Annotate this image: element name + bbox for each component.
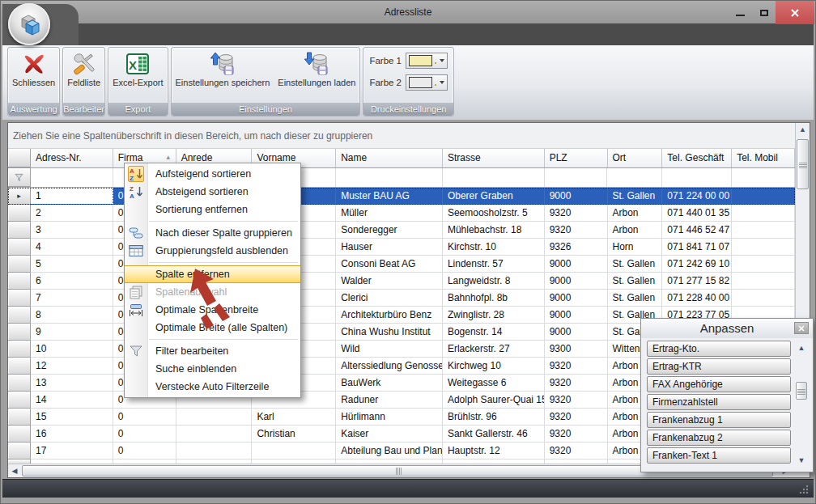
cell-vorname[interactable] bbox=[252, 443, 336, 460]
cell-tel[interactable]: 071 446 52 47 bbox=[662, 222, 732, 239]
row-selector[interactable] bbox=[8, 307, 31, 324]
filter-cell-name[interactable] bbox=[336, 168, 443, 187]
cell-mobil[interactable] bbox=[732, 205, 795, 222]
cell-mobil[interactable] bbox=[732, 222, 795, 239]
cell-name[interactable]: Architekturbüro Benz bbox=[336, 307, 443, 324]
cell-name[interactable]: Kaiser bbox=[336, 426, 443, 443]
filter-cell-adress-nr[interactable] bbox=[31, 168, 113, 187]
cell-mobil[interactable] bbox=[732, 256, 795, 273]
filter-cell-tel-mobil[interactable] bbox=[732, 168, 795, 187]
cell-plz[interactable]: 9320 bbox=[545, 222, 608, 239]
cell-name[interactable]: Hauser bbox=[336, 239, 443, 256]
vertical-scroll-thumb[interactable] bbox=[797, 139, 809, 189]
cell-plz[interactable]: 9326 bbox=[545, 239, 608, 256]
verstecke-auto-filterzeile-menu-item[interactable]: Verstecke Auto Filterzeile bbox=[125, 378, 300, 396]
cell-ort[interactable]: St. Gallen bbox=[608, 188, 663, 205]
cell-strasse[interactable]: Mühlebachstr. 18 bbox=[443, 222, 545, 239]
column-header-plz[interactable]: PLZ bbox=[545, 149, 608, 167]
firmenzahlstell-field-button[interactable]: Firmenzahlstell bbox=[647, 394, 791, 410]
cell-tel[interactable]: 071 841 71 07 bbox=[662, 239, 732, 256]
cell-strasse[interactable]: Oberer Graben bbox=[443, 188, 545, 205]
cell-ort[interactable]: Arbon bbox=[608, 222, 663, 239]
customize-panel-close-button[interactable] bbox=[794, 322, 809, 334]
filter-cell-plz[interactable] bbox=[545, 168, 608, 187]
scroll-up-arrow[interactable]: ▲ bbox=[796, 123, 810, 136]
excel-export-button[interactable]: X Excel-Export bbox=[108, 48, 167, 104]
cell-mobil[interactable] bbox=[732, 188, 795, 205]
cell-firma[interactable]: 0 bbox=[113, 426, 176, 443]
row-selector[interactable] bbox=[8, 205, 31, 222]
suche-einblenden-menu-item[interactable]: Suche einblenden bbox=[125, 360, 300, 378]
cell-nr[interactable]: 16 bbox=[31, 426, 113, 443]
row-selector[interactable] bbox=[8, 256, 31, 273]
sortierung-entfernen-menu-item[interactable]: Sortierung entfernen bbox=[125, 201, 300, 218]
cell-ort[interactable]: St. Gallen bbox=[608, 273, 663, 290]
cell-ort[interactable]: St. Gallen bbox=[608, 256, 663, 273]
cell-nr[interactable]: 12 bbox=[31, 358, 113, 375]
cell-strasse[interactable]: Langweidstr. 8 bbox=[443, 273, 545, 290]
cell-nr[interactable]: 14 bbox=[31, 392, 113, 409]
cell-firma[interactable]: 0 bbox=[113, 443, 176, 460]
cell-nr[interactable]: 13 bbox=[31, 375, 113, 392]
cell-strasse[interactable]: Bogenstr. 14 bbox=[443, 324, 545, 341]
cell-name[interactable]: Müller bbox=[336, 205, 443, 222]
aufsteigend-sortieren-menu-item[interactable]: AZAufsteigend sortieren bbox=[125, 165, 300, 183]
cell-plz[interactable]: 9320 bbox=[545, 426, 608, 443]
cell-ort[interactable]: St. Gallen bbox=[608, 290, 663, 307]
filter-cell-ort[interactable] bbox=[607, 168, 662, 187]
row-selector[interactable] bbox=[8, 392, 31, 409]
cell-name[interactable]: BauWerk bbox=[336, 375, 443, 392]
cell-plz[interactable]: 9000 bbox=[545, 273, 608, 290]
row-selector[interactable] bbox=[8, 409, 31, 426]
scroll-down-arrow[interactable]: ▼ bbox=[795, 455, 808, 465]
cell-strasse[interactable]: Hauptstr. 12 bbox=[443, 443, 545, 460]
cell-plz[interactable]: 9000 bbox=[545, 188, 608, 205]
frankenabzug-1-field-button[interactable]: Frankenabzug 1 bbox=[647, 412, 791, 428]
einstellungen-speichern-button[interactable]: Einstellungen speichern bbox=[172, 48, 274, 104]
cell-mobil[interactable] bbox=[732, 239, 795, 256]
cell-plz[interactable]: 9000 bbox=[545, 324, 608, 341]
cell-plz[interactable]: 9000 bbox=[545, 307, 608, 324]
nach-dieser-spalte-gruppieren-menu-item[interactable]: Nach dieser Spalte gruppieren bbox=[125, 224, 300, 242]
cell-nr[interactable]: 9 bbox=[31, 324, 113, 341]
cell-nr[interactable]: 10 bbox=[31, 341, 113, 358]
row-selector[interactable] bbox=[8, 239, 31, 256]
cell-anrede[interactable] bbox=[176, 443, 253, 460]
cell-mobil[interactable] bbox=[732, 290, 795, 307]
cell-strasse[interactable]: Zwinglistr. 28 bbox=[443, 307, 545, 324]
cell-name[interactable]: Alterssiedlung Genosse... bbox=[336, 358, 443, 375]
cell-nr[interactable]: 4 bbox=[31, 239, 113, 256]
frankenabzug-2-field-button[interactable]: Frankenabzug 2 bbox=[647, 430, 791, 446]
cell-strasse[interactable]: Kirchstr. 10 bbox=[443, 239, 545, 256]
column-header-strasse[interactable]: Strasse bbox=[443, 149, 545, 167]
cell-nr[interactable]: 15 bbox=[31, 409, 113, 426]
cell-nr[interactable]: 17 bbox=[31, 443, 113, 460]
cell-name[interactable]: Hürlimann bbox=[336, 409, 443, 426]
cell-ort[interactable]: Arbon bbox=[608, 205, 663, 222]
cell-tel[interactable]: 071 228 40 00 bbox=[662, 290, 732, 307]
column-header-tel-mobil[interactable]: Tel. Mobil bbox=[732, 149, 795, 167]
cell-name[interactable]: Abteilung Bau und Plan... bbox=[336, 443, 443, 460]
cell-anrede[interactable] bbox=[176, 409, 253, 426]
column-header-ort[interactable]: Ort bbox=[608, 149, 663, 167]
app-menu-button[interactable] bbox=[8, 3, 50, 45]
minimize-button[interactable] bbox=[729, 1, 752, 24]
cell-plz[interactable]: 9320 bbox=[545, 358, 608, 375]
scroll-up-arrow[interactable]: ▲ bbox=[795, 343, 808, 353]
cell-strasse[interactable]: Sankt Gallerstr. 46 bbox=[443, 426, 545, 443]
row-selector[interactable] bbox=[8, 375, 31, 392]
franken-text-1-field-button[interactable]: Franken-Text 1 bbox=[647, 447, 791, 464]
cell-nr[interactable]: 1 bbox=[31, 188, 113, 205]
resize-grip[interactable] bbox=[799, 485, 809, 494]
cell-ort[interactable]: Horn bbox=[608, 239, 663, 256]
cell-strasse[interactable]: Weitegasse 6 bbox=[443, 375, 545, 392]
row-selector[interactable] bbox=[8, 324, 31, 341]
filter-bearbeiten-menu-item[interactable]: Filter bearbeiten bbox=[125, 342, 300, 360]
farbe1-dropdown[interactable] bbox=[406, 53, 448, 69]
farbe2-dropdown[interactable] bbox=[406, 74, 448, 91]
cell-name[interactable]: Muster BAU AG bbox=[336, 188, 443, 205]
row-selector[interactable] bbox=[8, 341, 31, 358]
cell-strasse[interactable]: Kirchweg 10 bbox=[443, 358, 545, 375]
scroll-thumb[interactable] bbox=[796, 382, 807, 400]
scroll-left-arrow[interactable]: ◀ bbox=[8, 464, 21, 477]
